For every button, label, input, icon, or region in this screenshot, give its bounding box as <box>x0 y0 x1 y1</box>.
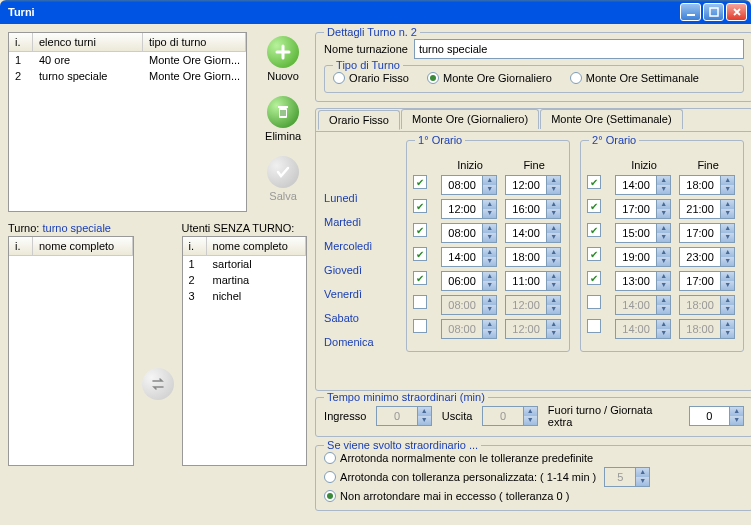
svg-rect-0 <box>687 14 695 16</box>
window-title: Turni <box>4 6 680 18</box>
time-spinner[interactable]: 14:00▲▼ <box>615 175 671 195</box>
orario2-label: 2° Orario <box>589 134 639 146</box>
time-spinner[interactable]: 08:00▲▼ <box>441 295 497 315</box>
time-spinner[interactable]: 12:00▲▼ <box>441 199 497 219</box>
tab-daily[interactable]: Monte Ore (Giornaliero) <box>401 109 539 129</box>
overtime-out-spinner[interactable]: 0▲▼ <box>482 406 537 426</box>
detail-fieldset: Dettagli Turno n. 2 Nome turnazione Tipo… <box>315 32 751 102</box>
unassigned-list[interactable]: i. nome completo 1sartorial2martina3nich… <box>182 236 308 466</box>
time-spinner[interactable]: 14:00▲▼ <box>615 295 671 315</box>
check-icon <box>267 156 299 188</box>
minimize-button[interactable] <box>680 3 701 21</box>
col-name[interactable]: elenco turni <box>33 33 143 51</box>
time-spinner[interactable]: 17:00▲▼ <box>679 271 735 291</box>
day-checkbox[interactable] <box>587 175 601 189</box>
time-spinner[interactable]: 08:00▲▼ <box>441 175 497 195</box>
time-spinner[interactable]: 19:00▲▼ <box>615 247 671 267</box>
day-checkbox[interactable] <box>587 247 601 261</box>
time-spinner[interactable]: 23:00▲▼ <box>679 247 735 267</box>
day-checkbox[interactable] <box>413 175 427 189</box>
time-spinner[interactable]: 14:00▲▼ <box>615 319 671 339</box>
time-spinner[interactable]: 18:00▲▼ <box>679 175 735 195</box>
day-label: Lunedì <box>324 188 396 208</box>
radio-weekly[interactable]: Monte Ore Settimanale <box>570 72 699 84</box>
table-row[interactable]: 140 oreMonte Ore Giorn... <box>9 52 246 68</box>
rounding-opt2[interactable]: Arrotonda con tolleranza personalizzata:… <box>324 471 596 483</box>
delete-button[interactable]: Elimina <box>259 92 307 146</box>
overtime-extra-spinner[interactable]: 0▲▼ <box>689 406 744 426</box>
tab-weekly[interactable]: Monte Ore (Settimanale) <box>540 109 682 129</box>
rounding-opt2-spinner[interactable]: 5▲▼ <box>604 467 650 487</box>
type-legend: Tipo di Turno <box>333 59 403 71</box>
day-checkbox[interactable] <box>587 271 601 285</box>
time-spinner[interactable]: 16:00▲▼ <box>505 199 561 219</box>
unassigned-label: Utenti SENZA TURNO: <box>182 222 308 234</box>
time-spinner[interactable]: 12:00▲▼ <box>505 295 561 315</box>
rounding-opt3[interactable]: Non arrotondare mai in eccesso ( tollera… <box>324 490 569 502</box>
overtime-in-spinner[interactable]: 0▲▼ <box>376 406 431 426</box>
time-spinner[interactable]: 14:00▲▼ <box>441 247 497 267</box>
titlebar[interactable]: Turni <box>0 0 751 24</box>
col-type[interactable]: tipo di turno <box>143 33 246 51</box>
day-label: Domenica <box>324 332 396 352</box>
svg-rect-1 <box>710 8 718 16</box>
schedule-tabs: Orario Fisso Monte Ore (Giornaliero) Mon… <box>315 108 751 391</box>
day-label: Sabato <box>324 308 396 328</box>
detail-title: Dettagli Turno n. 2 <box>324 26 420 38</box>
trash-icon <box>267 96 299 128</box>
time-spinner[interactable]: 17:00▲▼ <box>679 223 735 243</box>
time-spinner[interactable]: 21:00▲▼ <box>679 199 735 219</box>
assigned-label: Turno: turno speciale <box>8 222 134 234</box>
list-item[interactable]: 1sartorial <box>183 256 307 272</box>
day-checkbox[interactable] <box>587 295 601 309</box>
list-item[interactable]: 3nichel <box>183 288 307 304</box>
plus-icon <box>267 36 299 68</box>
maximize-button[interactable] <box>703 3 724 21</box>
day-checkbox[interactable] <box>413 223 427 237</box>
list-item[interactable]: 2martina <box>183 272 307 288</box>
name-input[interactable] <box>414 39 744 59</box>
tab-fixed[interactable]: Orario Fisso <box>318 110 400 130</box>
radio-fixed[interactable]: Orario Fisso <box>333 72 409 84</box>
day-checkbox[interactable] <box>413 199 427 213</box>
col-index[interactable]: i. <box>9 33 33 51</box>
orario1-label: 1° Orario <box>415 134 465 146</box>
time-spinner[interactable]: 06:00▲▼ <box>441 271 497 291</box>
swap-button[interactable] <box>142 368 174 400</box>
table-row[interactable]: 2turno specialeMonte Ore Giorn... <box>9 68 246 84</box>
day-checkbox[interactable] <box>587 223 601 237</box>
save-button: Salva <box>259 152 307 206</box>
name-label: Nome turnazione <box>324 43 408 55</box>
rounding-fieldset: Se viene svolto straordinario ... Arroto… <box>315 445 751 511</box>
overtime-fieldset: Tempo minimo straordinari (min) Ingresso… <box>315 397 751 437</box>
day-checkbox[interactable] <box>413 271 427 285</box>
time-spinner[interactable]: 15:00▲▼ <box>615 223 671 243</box>
assigned-list[interactable]: i. nome completo <box>8 236 134 466</box>
time-spinner[interactable]: 14:00▲▼ <box>505 223 561 243</box>
time-spinner[interactable]: 11:00▲▼ <box>505 271 561 291</box>
shift-list[interactable]: i. elenco turni tipo di turno 140 oreMon… <box>8 32 247 212</box>
day-label: Martedì <box>324 212 396 232</box>
time-spinner[interactable]: 12:00▲▼ <box>505 175 561 195</box>
swap-icon <box>149 375 167 393</box>
time-spinner[interactable]: 18:00▲▼ <box>679 319 735 339</box>
time-spinner[interactable]: 18:00▲▼ <box>679 295 735 315</box>
radio-daily[interactable]: Monte Ore Giornaliero <box>427 72 552 84</box>
close-button[interactable] <box>726 3 747 21</box>
svg-rect-3 <box>278 106 288 108</box>
new-button[interactable]: Nuovo <box>259 32 307 86</box>
time-spinner[interactable]: 08:00▲▼ <box>441 319 497 339</box>
day-checkbox[interactable] <box>413 319 427 333</box>
day-checkbox[interactable] <box>587 319 601 333</box>
day-label: Venerdì <box>324 284 396 304</box>
time-spinner[interactable]: 08:00▲▼ <box>441 223 497 243</box>
time-spinner[interactable]: 17:00▲▼ <box>615 199 671 219</box>
day-checkbox[interactable] <box>413 295 427 309</box>
time-spinner[interactable]: 18:00▲▼ <box>505 247 561 267</box>
rounding-opt1[interactable]: Arrotonda normalmente con le tolleranze … <box>324 452 593 464</box>
time-spinner[interactable]: 12:00▲▼ <box>505 319 561 339</box>
time-spinner[interactable]: 13:00▲▼ <box>615 271 671 291</box>
day-checkbox[interactable] <box>413 247 427 261</box>
day-label: Giovedì <box>324 260 396 280</box>
day-checkbox[interactable] <box>587 199 601 213</box>
